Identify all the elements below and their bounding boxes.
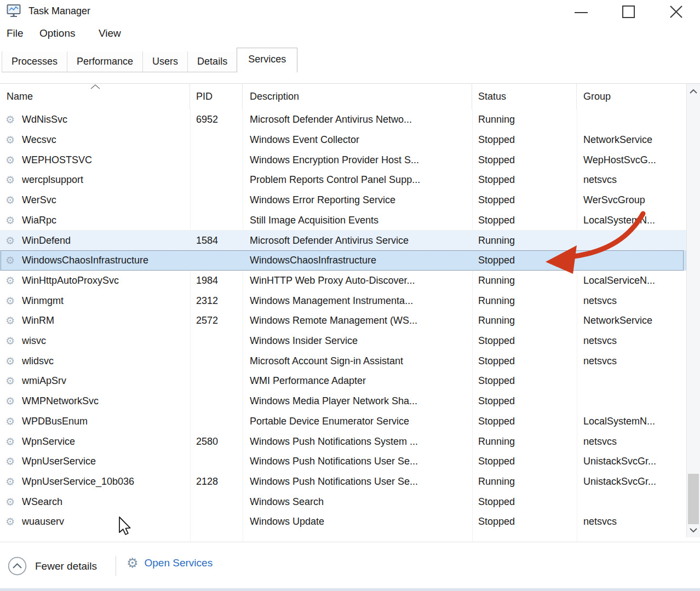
service-gear-icon: ⚙ (5, 396, 15, 406)
table-row[interactable]: ⚙WSearchWindows SearchStopped (0, 491, 686, 512)
table-row[interactable]: ⚙WinRM2572Windows Remote Management (WS.… (0, 311, 686, 331)
service-status: Stopped (478, 154, 574, 165)
service-gear-icon: ⚙ (5, 195, 15, 205)
table-row[interactable]: ⚙Winmgmt2312Windows Management Instrumen… (0, 290, 686, 311)
footer-separator (116, 556, 116, 576)
service-name: WpnUserService (22, 456, 186, 467)
service-group: WerSvcGroup (583, 194, 685, 206)
table-row[interactable]: ⚙WecsvcWindows Event CollectorStoppedNet… (0, 130, 686, 150)
service-group: netsvcs (583, 335, 685, 347)
column-header-status[interactable]: Status (472, 84, 577, 110)
service-name: wuauserv (22, 516, 186, 527)
service-status: Running (478, 274, 574, 286)
service-gear-icon: ⚙ (5, 235, 15, 245)
service-gear-icon: ⚙ (5, 496, 15, 507)
table-row[interactable]: ⚙wlidsvcMicrosoft Account Sign-in Assist… (0, 351, 686, 371)
service-name: WpnUserService_10b036 (22, 476, 186, 487)
minimize-button[interactable] (565, 0, 597, 23)
table-row[interactable]: ⚙WinHttpAutoProxySvc1984WinHTTP Web Prox… (0, 271, 686, 291)
service-description: WinHTTP Web Proxy Auto-Discover... (250, 274, 469, 286)
service-gear-icon: ⚙ (5, 114, 15, 125)
service-status: Running (478, 295, 574, 306)
service-description: Windows Insider Service (250, 335, 469, 347)
column-header-group[interactable]: Group (577, 84, 686, 110)
table-row[interactable]: ⚙wuauservWindows UpdateStoppednetsvcs (0, 512, 686, 532)
menu-bar: File Options View (0, 25, 700, 46)
service-group: NetworkService (583, 315, 685, 326)
service-group: WepHostSvcG... (583, 154, 685, 165)
menu-view[interactable]: View (99, 27, 121, 39)
table-row[interactable]: ⚙WpnUserService_10b0362128Windows Push N… (0, 472, 686, 492)
service-gear-icon: ⚙ (5, 416, 15, 426)
column-header-description[interactable]: Description (243, 84, 472, 110)
maximize-button[interactable] (612, 0, 644, 23)
collapse-circle-icon (8, 556, 27, 576)
service-status: Running (478, 435, 574, 447)
tab-processes[interactable]: Processes (2, 51, 67, 72)
table-row[interactable]: ⚙wisvcWindows Insider ServiceStoppednets… (0, 331, 686, 351)
service-name: wlidsvc (22, 355, 186, 366)
service-description: Windows Push Notifications System ... (250, 435, 469, 447)
service-status: Stopped (478, 355, 574, 366)
open-services-label: Open Services (145, 557, 213, 569)
table-row[interactable]: ⚙wmiApSrvWMI Performance AdapterStopped (0, 371, 686, 391)
menu-options[interactable]: Options (39, 27, 75, 39)
service-group: LocalServiceN... (583, 274, 685, 286)
table-row[interactable]: ⚙WinDefend1584Microsoft Defender Antivir… (0, 230, 686, 250)
column-header-pid[interactable]: PID (190, 84, 243, 110)
table-row[interactable]: ⚙WiaRpcStill Image Acquisition EventsSto… (0, 210, 686, 231)
service-name: wmiApSrv (22, 375, 186, 387)
service-description: Windows Event Collector (250, 134, 469, 146)
table-row[interactable]: ⚙wercplsupportProblem Reports Control Pa… (0, 170, 686, 190)
tab-services[interactable]: Services (237, 48, 297, 72)
service-description: Microsoft Defender Antivirus Netwo... (250, 114, 469, 125)
service-name: wisvc (22, 335, 186, 347)
fewer-details-label: Fewer details (35, 560, 97, 572)
service-name: Wecsvc (22, 134, 186, 146)
service-description: Windows Management Instrumenta... (250, 295, 469, 306)
table-row[interactable]: ⚙WerSvcWindows Error Reporting ServiceSt… (0, 190, 686, 210)
table-row[interactable]: ⚙WindowsChaosInfrastructureWindowsChaosI… (0, 250, 686, 271)
service-group: NetworkService (583, 134, 685, 146)
table-row[interactable]: ⚙WEPHOSTSVCWindows Encryption Provider H… (0, 150, 686, 170)
chevron-down-icon (689, 528, 698, 533)
service-gear-icon: ⚙ (5, 255, 15, 266)
scroll-down-button[interactable] (687, 524, 700, 536)
scroll-up-button[interactable] (687, 85, 700, 97)
tab-details[interactable]: Details (188, 51, 237, 72)
service-gear-icon: ⚙ (5, 355, 15, 366)
service-group: netsvcs (583, 174, 685, 186)
service-gear-icon: ⚙ (5, 517, 15, 527)
service-group: LocalSystemN... (583, 415, 685, 427)
service-name: WinHttpAutoProxySvc (22, 274, 186, 286)
table-row[interactable]: ⚙WpnUserServiceWindows Push Notification… (0, 451, 686, 472)
vertical-scrollbar[interactable] (686, 84, 700, 537)
table-row[interactable]: ⚙WpnService2580Windows Push Notification… (0, 431, 686, 451)
scrollbar-thumb[interactable] (688, 474, 699, 524)
service-name: WpnService (22, 435, 186, 447)
service-status: Stopped (478, 456, 574, 467)
service-pid: 1584 (196, 234, 240, 246)
table-row[interactable]: ⚙WMPNetworkSvcWindows Media Player Netwo… (0, 391, 686, 411)
service-gear-icon: ⚙ (5, 275, 15, 285)
service-description: WMI Performance Adapter (250, 375, 469, 387)
service-gear-icon: ⚙ (5, 215, 15, 225)
table-row[interactable]: ⚙WdNisSvc6952Microsoft Defender Antiviru… (0, 110, 686, 130)
menu-file[interactable]: File (7, 27, 24, 39)
service-pid: 1984 (196, 274, 240, 286)
table-row[interactable]: ⚙WPDBusEnumPortable Device Enumerator Se… (0, 411, 686, 432)
service-status: Running (478, 234, 574, 246)
window-bottom-edge (0, 588, 700, 591)
close-button[interactable] (660, 0, 692, 23)
service-name: WindowsChaosInfrastructure (22, 255, 186, 266)
tab-users[interactable]: Users (143, 51, 188, 72)
fewer-details-button[interactable]: Fewer details (8, 556, 97, 576)
service-pid: 2580 (196, 435, 240, 447)
service-name: WiaRpc (22, 214, 186, 226)
open-services-link[interactable]: ⚙ Open Services (127, 556, 213, 570)
service-name: WSearch (22, 496, 186, 507)
service-gear-icon: ⚙ (5, 295, 15, 306)
window-title: Task Manager (28, 5, 90, 17)
service-group: UnistackSvcGr... (583, 476, 685, 487)
tab-performance[interactable]: Performance (67, 51, 143, 72)
